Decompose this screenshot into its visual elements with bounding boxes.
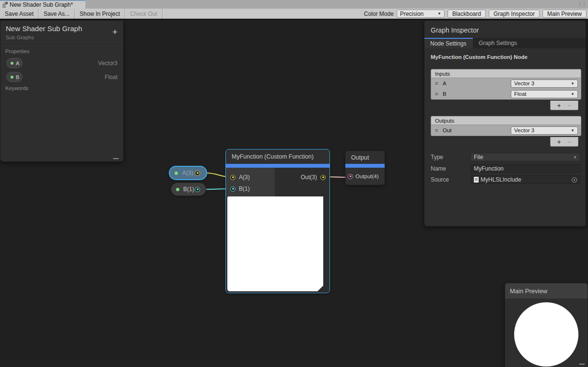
chevron-down-icon: ▼ [571,92,575,96]
inputs-list: Inputs = A Vector 3 ▼ = B Float ▼ [431,69,581,100]
graph-inspector-panel: Graph Inspector Node Settings Graph Sett… [424,20,586,227]
resize-handle[interactable] [579,364,585,365]
color-mode-label: Color Mode [364,11,394,17]
node-title[interactable]: Output [345,151,385,164]
property-row-a[interactable]: A Vector3 [6,58,118,68]
toolbar-separator [162,9,163,19]
toolbar-left-group: Save Asset Save As... Show In Project Ch… [0,9,163,19]
resize-handle[interactable] [113,158,118,159]
inputs-list-header: Inputs [431,69,581,78]
node-input-column: A(3) B(1) [226,168,275,196]
add-property-button[interactable]: + [112,27,118,36]
reorder-handle-icon[interactable]: = [435,91,443,97]
type-field-row: Type File ▼ [431,153,580,161]
inspector-tab-row: Node Settings Graph Settings [424,38,586,48]
port-label: B(1) [239,185,250,192]
property-type: Float [105,74,118,80]
graph-inspector-title[interactable]: Graph Inspector [424,21,586,38]
input-row-a[interactable]: = A Vector 3 ▼ [431,78,581,89]
input-name: A [443,80,447,86]
port-icon[interactable] [230,186,235,192]
port-icon[interactable] [348,174,353,179]
property-pill[interactable]: A [6,58,23,68]
input-type-dropdown[interactable]: Float ▼ [511,90,578,98]
property-row-b[interactable]: B Float [6,72,118,82]
node-body: Output(4) [345,168,385,185]
inspected-node-title: MyFunction (Custom Function) Node [424,48,586,60]
type-label: Type [431,154,470,161]
type-dropdown[interactable]: File ▼ [470,153,580,161]
port-icon[interactable] [195,187,200,192]
property-node-b[interactable]: B(1) [171,183,206,196]
property-dot-icon [175,172,178,175]
keywords-section-label: Keywords [0,82,123,91]
source-value: MyHLSLInclude [481,176,521,183]
toolbar: Save Asset Save As... Show In Project Ch… [0,9,588,19]
toolbar-right-group: Color Mode Precision ▼ Blackboard Graph … [364,10,588,18]
color-mode-value: Precision [400,11,423,17]
blackboard-toggle-button[interactable]: Blackboard [447,10,486,18]
preview-collapse-icon[interactable] [318,286,323,291]
chevron-down-icon: ▼ [571,128,575,133]
output-row-out[interactable]: = Out Vector 3 ▼ [431,125,581,136]
main-preview-body [505,298,588,367]
property-node-label: B(1) [183,186,194,193]
outputs-list: Outputs = Out Vector 3 ▼ [431,116,581,136]
graph-inspector-toggle-button[interactable]: Graph Inspector [489,10,540,18]
node-precision-bar [226,164,329,168]
object-picker-icon[interactable] [572,177,577,183]
add-input-button[interactable]: + [557,102,561,109]
show-in-project-button[interactable]: Show In Project [75,9,125,19]
input-type-dropdown[interactable]: Vector 3 ▼ [511,80,578,88]
input-port-row-b: B(1) [226,183,275,195]
reorder-handle-icon[interactable]: = [435,127,443,133]
property-name: B [16,74,19,80]
input-type-value: Vector 3 [514,80,534,86]
port-icon[interactable] [320,175,326,180]
port-icon[interactable] [195,171,200,176]
name-field-row: Name MyFunction [431,164,580,173]
property-node-label: A(3) [182,170,193,176]
input-name: B [443,91,447,97]
main-preview-title[interactable]: Main Preview [505,283,588,298]
remove-input-button[interactable]: − [567,102,571,109]
node-title[interactable]: MyFunction (Custom Function) [226,149,329,164]
reorder-handle-icon[interactable]: = [435,80,443,86]
add-output-button[interactable]: + [557,138,561,146]
graph-canvas[interactable]: A(3) B(1) MyFunction (Custom Function) A… [0,20,588,367]
property-dot-icon [11,76,13,79]
check-out-button: Check Out [125,9,162,19]
tab-label: New Shader Sub Graph* [10,1,73,8]
output-node[interactable]: Output Output(4) [345,151,385,185]
main-preview-toggle-button[interactable]: Main Preview [542,10,587,18]
output-type-dropdown[interactable]: Vector 3 ▼ [511,126,578,135]
name-value: MyFunction [474,165,504,172]
tab-graph-settings[interactable]: Graph Settings [473,38,523,48]
name-input[interactable]: MyFunction [470,164,580,173]
output-port-row: Out(3) [275,172,329,183]
input-row-b[interactable]: = B Float ▼ [431,89,581,99]
save-asset-button[interactable]: Save Asset [0,9,38,19]
color-mode-dropdown[interactable]: Precision ▼ [397,10,445,18]
node-output-column: Out(3) [275,168,329,196]
blackboard-title[interactable]: New Shader Sub Graph [0,21,123,33]
properties-section-label: Properties [0,45,123,54]
tab-overflow-menu-icon[interactable]: ⋮⋮ [577,1,586,8]
port-icon[interactable] [230,175,235,180]
tab-node-settings[interactable]: Node Settings [424,38,473,48]
shader-graph-asset-icon [2,2,8,8]
node-body: A(3) B(1) Out(3) [226,168,329,196]
property-dot-icon [176,188,179,191]
property-type: Vector3 [98,60,118,67]
source-object-field[interactable]: MyHLSLInclude [470,175,580,184]
input-type-value: Float [514,91,527,97]
node-precision-bar [345,164,385,168]
save-as-button[interactable]: Save As... [39,9,74,19]
remove-output-button[interactable]: − [567,138,571,146]
property-node-a[interactable]: A(3) [169,166,207,180]
name-label: Name [431,165,470,172]
property-pill[interactable]: B [6,72,23,82]
tab-new-shader-sub-graph[interactable]: New Shader Sub Graph* [0,0,85,9]
type-value: File [474,154,483,161]
myfunction-node[interactable]: MyFunction (Custom Function) A(3) B(1) O… [226,149,329,293]
